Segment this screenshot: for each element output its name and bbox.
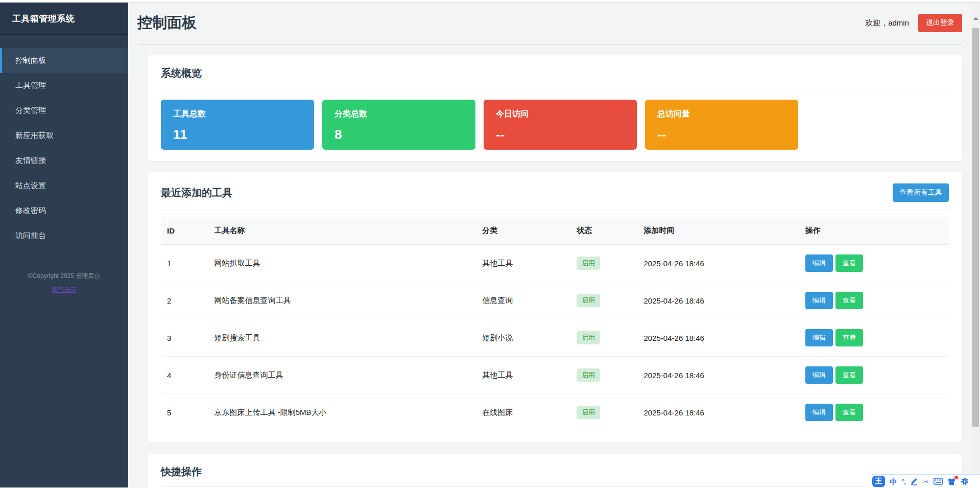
stat-value: --	[496, 127, 625, 143]
page-title: 控制面板	[137, 13, 197, 33]
sidebar-item-new-apps[interactable]: 新应用获取	[0, 123, 128, 148]
ime-logo-icon[interactable]: 王	[872, 476, 885, 487]
cell-name: 网站备案信息查询工具	[208, 282, 476, 319]
cell-category: 在线图床	[476, 394, 570, 431]
view-all-tools-button[interactable]: 查看所有工具	[893, 183, 949, 202]
cell-name: 京东图床上传工具 -限制5MB大小	[208, 394, 476, 431]
cell-id: 5	[161, 394, 208, 431]
sidebar-item-tools[interactable]: 工具管理	[0, 73, 128, 98]
table-row: 1 网站扒取工具 其他工具 启用 2025-04-26 18:46 编辑查看	[161, 245, 949, 282]
app-title: 工具箱管理系统	[0, 3, 128, 35]
copyright-link[interactable]: 菜鸟乐园	[52, 286, 77, 294]
recent-tools-table: ID 工具名称 分类 状态 添加时间 操作 1 网站扒取工具 其他工具	[161, 217, 949, 431]
stat-card-total-categories: 分类总数 8	[322, 100, 475, 150]
sidebar-item-change-password[interactable]: 修改密码	[0, 198, 128, 223]
cell-id: 3	[161, 319, 208, 357]
cell-category: 短剧小说	[476, 319, 570, 357]
quick-actions-card: 快捷操作	[148, 454, 962, 488]
cell-id: 4	[161, 357, 208, 394]
stat-value: 11	[173, 127, 302, 143]
edit-button[interactable]: 编辑	[805, 292, 833, 309]
table-row: 3 短剧搜索工具 短剧小说 启用 2025-04-26 18:46 编辑查看	[161, 319, 949, 357]
logout-button[interactable]: 退出登录	[918, 14, 962, 32]
table-row: 4 身份证信息查询工具 其他工具 启用 2025-04-26 18:46 编辑查…	[161, 357, 949, 394]
scissors-icon[interactable]: ✂	[923, 478, 929, 485]
recent-tools-title: 最近添加的工具	[161, 186, 232, 200]
ime-settings-gear-icon[interactable]	[961, 477, 969, 485]
col-time: 添加时间	[638, 217, 799, 245]
divider	[161, 88, 949, 88]
content: 系统概览 工具总数 11 分类总数 8 今日访问 --	[128, 45, 971, 488]
cell-category: 信息查询	[476, 282, 570, 319]
stats-row: 工具总数 11 分类总数 8 今日访问 -- 总访问量 --	[161, 100, 949, 150]
table-header-row: ID 工具名称 分类 状态 添加时间 操作	[161, 217, 949, 245]
ime-toolbar: 王 中 °, ✂	[869, 474, 980, 488]
scrollbar-thumb[interactable]	[972, 28, 979, 427]
cell-name: 网站扒取工具	[208, 245, 476, 282]
cell-time: 2025-04-26 18:46	[638, 394, 799, 431]
recent-tools-header: 最近添加的工具 查看所有工具	[161, 183, 949, 202]
cell-time: 2025-04-26 18:46	[638, 282, 799, 319]
keyboard-icon[interactable]	[934, 478, 943, 485]
scroll-up-arrow-icon[interactable]	[973, 17, 978, 20]
welcome-text: 欢迎，admin	[865, 18, 909, 28]
topbar: 控制面板 欢迎，admin 退出登录	[137, 3, 962, 45]
view-button[interactable]: 查看	[835, 366, 863, 384]
edit-button[interactable]: 编辑	[805, 366, 833, 384]
stat-card-total-visits: 总访问量 --	[645, 100, 798, 150]
cell-name: 身份证信息查询工具	[208, 357, 476, 394]
status-badge: 启用	[577, 257, 600, 270]
ime-language-mode-icon[interactable]: 中	[890, 478, 897, 485]
pencil-icon[interactable]	[910, 477, 918, 485]
col-actions: 操作	[799, 217, 949, 245]
cell-category: 其他工具	[476, 357, 570, 394]
stat-label: 总访问量	[657, 109, 786, 120]
topbar-right: 欢迎，admin 退出登录	[865, 14, 962, 32]
sidebar-footer: ©Copyright 2025 管理后台 菜鸟乐园	[0, 272, 128, 294]
scrollbar[interactable]	[971, 3, 980, 488]
col-category: 分类	[476, 217, 570, 245]
edit-button[interactable]: 编辑	[805, 329, 833, 346]
stat-card-today-visits: 今日访问 --	[484, 100, 637, 150]
cell-category: 其他工具	[476, 245, 570, 282]
table-row: 2 网站备案信息查询工具 信息查询 启用 2025-04-26 18:46 编辑…	[161, 282, 949, 319]
status-badge: 启用	[577, 368, 600, 382]
divider	[161, 210, 949, 210]
cell-id: 1	[161, 245, 208, 282]
view-button[interactable]: 查看	[835, 254, 863, 272]
sidebar-item-friend-links[interactable]: 友情链接	[0, 148, 128, 173]
view-button[interactable]: 查看	[835, 292, 863, 309]
divider	[161, 486, 949, 487]
status-badge: 启用	[577, 331, 600, 344]
main-area: 控制面板 欢迎，admin 退出登录 系统概览 工具总数 11 分类总数	[128, 3, 980, 487]
sidebar-item-dashboard[interactable]: 控制面板	[0, 48, 128, 73]
col-id: ID	[161, 217, 208, 245]
status-badge: 启用	[577, 406, 600, 419]
recent-tools-card: 最近添加的工具 查看所有工具 ID 工具名称 分类 状态 添加时间 操作	[148, 172, 962, 443]
view-button[interactable]: 查看	[835, 329, 863, 346]
cell-time: 2025-04-26 18:46	[638, 357, 799, 394]
cell-time: 2025-04-26 18:46	[638, 245, 799, 282]
edit-button[interactable]: 编辑	[805, 254, 833, 272]
cell-id: 2	[161, 282, 208, 319]
sidebar: 工具箱管理系统 控制面板 工具管理 分类管理 新应用获取 友情链接 站点设置 修…	[0, 3, 128, 487]
stat-card-total-tools: 工具总数 11	[161, 100, 314, 150]
stat-label: 工具总数	[173, 109, 302, 120]
notification-dot	[954, 476, 958, 479]
overview-card: 系统概览 工具总数 11 分类总数 8 今日访问 --	[148, 55, 962, 161]
cell-name: 短剧搜索工具	[208, 319, 476, 357]
stat-label: 分类总数	[334, 109, 463, 120]
sidebar-item-visit-frontend[interactable]: 访问前台	[0, 223, 128, 248]
sidebar-item-categories[interactable]: 分类管理	[0, 98, 128, 123]
skin-tshirt-icon[interactable]	[947, 478, 956, 485]
edit-button[interactable]: 编辑	[805, 404, 833, 421]
app-window: 工具箱管理系统 控制面板 工具管理 分类管理 新应用获取 友情链接 站点设置 修…	[0, 3, 980, 487]
view-button[interactable]: 查看	[835, 404, 863, 421]
ime-punctuation-mode-icon[interactable]: °,	[902, 478, 905, 485]
col-name: 工具名称	[208, 217, 476, 245]
copyright-text: ©Copyright 2025 管理后台	[0, 272, 128, 281]
sidebar-item-site-settings[interactable]: 站点设置	[0, 173, 128, 198]
overview-title: 系统概览	[161, 66, 949, 80]
stat-label: 今日访问	[496, 109, 625, 120]
col-status: 状态	[570, 217, 637, 245]
